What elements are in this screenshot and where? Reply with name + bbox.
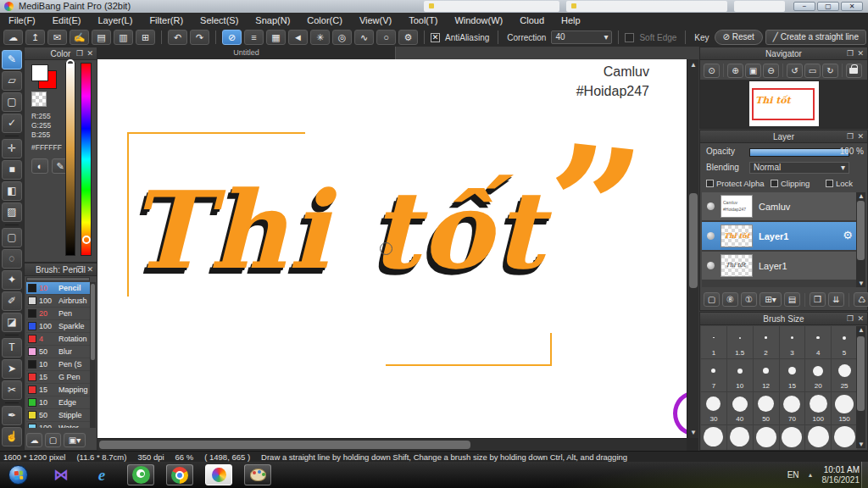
brush-row[interactable]: 100Airbrush xyxy=(26,295,90,308)
brush-size-cell[interactable]: 2 xyxy=(754,326,779,358)
zoom-original-button[interactable]: ⊙ xyxy=(704,64,720,78)
snap-curve-button[interactable]: ∿ xyxy=(354,30,374,45)
menu-window[interactable]: Window(W) xyxy=(446,13,511,28)
menu-tool[interactable]: Tool(T) xyxy=(400,13,446,28)
transparent-color-swatch[interactable] xyxy=(31,92,47,107)
show-desktop-button[interactable] xyxy=(861,462,868,488)
popout-icon[interactable]: ❐ xyxy=(76,265,83,274)
brush-row[interactable]: 10Pencil xyxy=(26,282,90,295)
fit-window-button[interactable]: ▣ xyxy=(745,64,761,78)
scrollbar-thumb[interactable] xyxy=(689,193,698,288)
scrollbar-thumb[interactable] xyxy=(857,201,865,260)
brush-size-cell[interactable]: 5 xyxy=(832,326,857,358)
memo-button[interactable]: ✍ xyxy=(70,30,89,45)
visibility-icon[interactable] xyxy=(707,202,715,210)
close-icon[interactable]: ✕ xyxy=(857,49,864,58)
brush-size-cell[interactable]: 50 xyxy=(754,392,779,424)
undo-button[interactable]: ↶ xyxy=(168,30,187,45)
shape-brush-tool[interactable]: ▢ xyxy=(2,92,22,112)
language-indicator[interactable]: EN xyxy=(787,470,799,480)
brush-size-cell[interactable]: 700 xyxy=(805,425,831,450)
brush-size-cell[interactable]: 25 xyxy=(832,359,857,391)
create-straight-line-button[interactable]: ╱ Create a straight line xyxy=(765,30,866,45)
lasso-tool[interactable]: ◌ xyxy=(2,249,22,269)
brush-tool[interactable]: ✎ xyxy=(2,50,22,69)
snap-off-button[interactable]: ⊘ xyxy=(222,30,242,45)
select-pen-tool[interactable]: ✐ xyxy=(2,291,22,311)
taskbar-paint-app[interactable] xyxy=(244,464,271,485)
correction-dropdown[interactable]: 40 ▾ xyxy=(551,30,612,44)
hand-tool[interactable]: ☝ xyxy=(2,427,22,446)
eraser-tool[interactable]: ▱ xyxy=(2,71,22,91)
lock-checkbox[interactable]: Lock xyxy=(826,179,853,188)
close-button[interactable]: ✕ xyxy=(841,2,863,11)
brush-size-cell[interactable]: 400 xyxy=(754,425,779,450)
comment-button[interactable]: ✉ xyxy=(47,30,67,45)
close-icon[interactable]: ✕ xyxy=(86,265,93,274)
operation-tool[interactable]: ➤ xyxy=(2,359,22,379)
snap-concentric-button[interactable]: ◎ xyxy=(332,30,352,45)
brush-row[interactable]: 100Water xyxy=(26,422,90,428)
visibility-icon[interactable] xyxy=(707,262,715,269)
brush-size-cell[interactable]: 100 xyxy=(805,392,831,424)
snap-radial-button[interactable]: ✳ xyxy=(310,30,330,45)
add-1bit-layer-button[interactable]: ① xyxy=(741,292,757,307)
scrollbar-thumb[interactable] xyxy=(91,284,95,360)
foreground-color-swatch[interactable] xyxy=(31,64,48,81)
merge-layer-button[interactable]: ⇊ xyxy=(828,292,844,307)
taskbar-coccoc[interactable] xyxy=(127,464,154,485)
move-tool[interactable]: ✛ xyxy=(2,139,22,158)
zoom-in-button[interactable]: ⊕ xyxy=(727,64,743,78)
close-icon[interactable]: ✕ xyxy=(857,314,864,324)
brush-size-cell[interactable]: 20 xyxy=(805,359,831,391)
menu-edit[interactable]: Edit(E) xyxy=(44,13,90,28)
duplicate-layer-button[interactable]: ❐ xyxy=(810,292,826,307)
brush-row[interactable]: 20Pen xyxy=(26,308,90,320)
layer-row-camluv[interactable]: Camluv #Hoidap247 Camluv xyxy=(702,192,857,220)
snap-cross-button[interactable]: ▦ xyxy=(266,30,286,45)
lock-button[interactable] xyxy=(846,64,862,78)
brush-size-cell[interactable]: 150 xyxy=(832,392,857,424)
brush-size-cell[interactable]: 3 xyxy=(780,326,805,358)
hue-bar[interactable] xyxy=(81,63,92,256)
brush-row[interactable]: 50Blur xyxy=(26,346,90,358)
taskbar-internet-explorer[interactable]: e xyxy=(88,464,115,485)
fill-tool[interactable]: ■ xyxy=(2,160,22,180)
brush-row[interactable]: 10Pen (S xyxy=(26,358,90,371)
control-point-tool[interactable]: ✓ xyxy=(2,114,22,133)
show-hidden-icons[interactable]: ▲ xyxy=(808,472,814,478)
add-folder-button[interactable]: ⊞▾ xyxy=(760,292,782,307)
brush-size-cell[interactable]: 7 xyxy=(701,359,726,391)
brush-size-cell[interactable]: 1 xyxy=(701,326,726,358)
brush-row[interactable]: 50Stipple xyxy=(26,409,90,422)
brush-row[interactable]: 100Sparkle xyxy=(26,320,90,333)
scrollbar-thumb[interactable] xyxy=(857,336,865,411)
snap-parallel-button[interactable]: ≡ xyxy=(244,30,264,45)
scroll-down-icon[interactable]: ▼ xyxy=(858,441,865,448)
menu-filter[interactable]: Filter(R) xyxy=(141,13,192,28)
brush-size-cell[interactable]: 1.5 xyxy=(727,326,753,358)
popout-icon[interactable]: ❐ xyxy=(847,314,854,324)
canvas-vertical-scrollbar[interactable]: ▲ ▼ xyxy=(687,59,698,438)
scroll-down-icon[interactable]: ▼ xyxy=(858,280,865,287)
brush-row[interactable]: 10Edge xyxy=(26,396,90,409)
menu-select[interactable]: Select(S) xyxy=(192,13,247,28)
clipping-checkbox[interactable]: Clipping xyxy=(771,179,810,188)
close-icon[interactable]: ✕ xyxy=(86,49,93,58)
layer-row-layer1-selected[interactable]: Thi tốt Layer1 ⚙ xyxy=(702,222,857,250)
select-rect-tool[interactable]: ▢ xyxy=(2,228,22,247)
brush-cloud-button[interactable]: ☁ xyxy=(26,433,42,447)
scroll-up-icon[interactable]: ▲ xyxy=(858,192,865,200)
delete-layer-button[interactable]: ♺ xyxy=(854,292,868,307)
taskbar-chrome[interactable] xyxy=(166,464,193,485)
brush-size-cell[interactable]: 12 xyxy=(754,359,779,391)
add-layer-button[interactable]: ▢ xyxy=(704,292,720,307)
brush-size-scrollbar[interactable]: ▲ ▼ xyxy=(856,326,865,448)
eyedropper-tool[interactable]: ✒ xyxy=(2,406,22,425)
soft-edge-checkbox[interactable] xyxy=(625,33,634,42)
reset-button[interactable]: ⊘ Reset xyxy=(715,30,763,45)
brush-size-cell[interactable]: 300 xyxy=(727,425,753,450)
menu-layer[interactable]: Layer(L) xyxy=(89,13,141,28)
select-eraser-tool[interactable]: ◪ xyxy=(2,313,22,332)
start-button[interactable] xyxy=(8,465,28,485)
